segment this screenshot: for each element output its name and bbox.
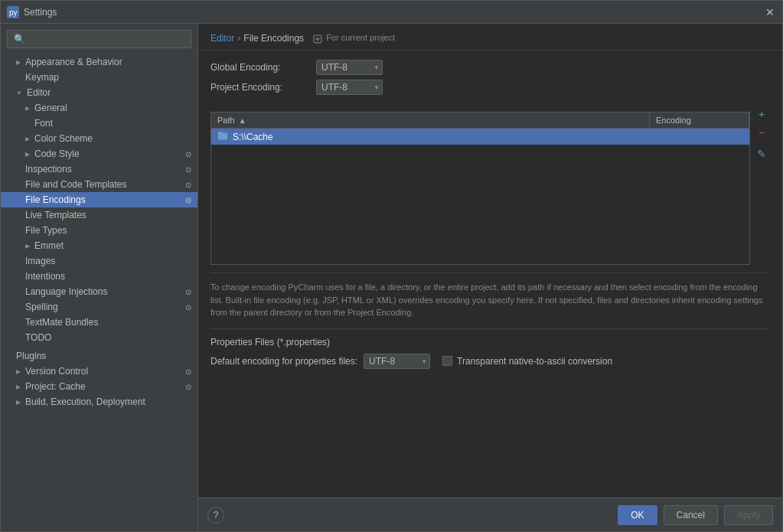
sidebar-item-label: General <box>34 103 67 113</box>
properties-row: Default encoding for properties files: U… <box>210 354 770 369</box>
expand-arrow-icon: ▶ <box>16 383 21 390</box>
sidebar-item-todo[interactable]: TODO <box>1 330 197 345</box>
sidebar-item-code-style[interactable]: ▶ Code Style ⊙ <box>1 146 197 162</box>
sidebar-item-appearance[interactable]: ▶ Appearance & Behavior <box>1 54 197 70</box>
global-encoding-row: Global Encoding: UTF-8 UTF-16 ISO-8859-1 <box>210 60 770 75</box>
table-area: Path ▲ Encoding S:\\Cache <box>210 106 770 265</box>
db-icon: ⊙ <box>185 150 191 158</box>
sidebar-item-file-types[interactable]: File Types <box>1 223 197 238</box>
expand-arrow-icon: ▶ <box>25 243 30 250</box>
sidebar-item-label: Plugins <box>16 351 46 361</box>
db-icon: ⊙ <box>185 288 191 296</box>
folder-icon <box>217 131 228 142</box>
transparent-checkbox-wrapper: Transparent native-to-ascii conversion <box>442 356 612 367</box>
sidebar-item-label: File Encodings <box>25 194 86 205</box>
sidebar-item-keymap[interactable]: Keymap <box>1 70 197 85</box>
sidebar-item-textmate[interactable]: TextMate Bundles <box>1 315 197 330</box>
db-icon: ⊙ <box>185 196 191 204</box>
sidebar-item-label: Language Injections <box>25 286 107 297</box>
sidebar-item-color-scheme[interactable]: ▶ Color Scheme <box>1 131 197 146</box>
col-path-header[interactable]: Path ▲ <box>211 113 650 128</box>
col-encoding-header[interactable]: Encoding <box>650 113 749 128</box>
window-title: Settings <box>24 7 759 18</box>
sidebar-item-general[interactable]: ▶ General <box>1 100 197 116</box>
file-table: Path ▲ Encoding S:\\Cache <box>210 112 750 265</box>
project-encoding-label: Project Encoding: <box>210 82 310 93</box>
sidebar-item-file-encodings[interactable]: File Encodings ⊙ <box>1 192 197 207</box>
sidebar-item-label: Editor <box>27 87 51 98</box>
sidebar-item-font[interactable]: Font <box>1 116 197 131</box>
properties-encoding-select[interactable]: UTF-8 UTF-16 ISO-8859-1 <box>364 354 430 369</box>
remove-row-button[interactable]: − <box>753 124 770 141</box>
breadcrumb-separator: › <box>237 33 240 44</box>
close-button[interactable]: ✕ <box>764 6 776 18</box>
file-table-body: S:\\Cache <box>211 129 749 264</box>
expand-arrow-icon: ▶ <box>16 368 21 375</box>
db-icon: ⊙ <box>185 303 191 312</box>
sidebar-item-intentions[interactable]: Intentions <box>1 269 197 284</box>
breadcrumb-parent[interactable]: Editor <box>210 33 234 44</box>
sidebar-item-language-injections[interactable]: Language Injections ⊙ <box>1 284 197 299</box>
breadcrumb-project-note: For current project <box>313 33 395 43</box>
apply-button[interactable]: Apply <box>724 505 773 525</box>
sidebar-item-label: Version Control <box>25 366 88 377</box>
sidebar: ▶ Appearance & Behavior Keymap ▼ Editor … <box>1 24 198 531</box>
panel-content: Global Encoding: UTF-8 UTF-16 ISO-8859-1… <box>198 51 782 498</box>
table-buttons: + − ✎ <box>753 106 770 265</box>
sidebar-item-editor[interactable]: ▼ Editor <box>1 85 197 100</box>
global-encoding-select[interactable]: UTF-8 UTF-16 ISO-8859-1 <box>316 60 383 75</box>
breadcrumb: Editor › File Encodings For current proj… <box>198 24 782 51</box>
sidebar-item-label: Color Scheme <box>34 133 93 144</box>
db-icon: ⊙ <box>185 367 191 376</box>
sidebar-item-build-execution[interactable]: ▶ Build, Execution, Deployment <box>1 394 197 410</box>
transparent-label: Transparent native-to-ascii conversion <box>457 356 612 367</box>
help-button[interactable]: ? <box>207 507 224 524</box>
transparent-checkbox[interactable] <box>442 356 452 366</box>
table-row[interactable]: S:\\Cache <box>211 129 749 145</box>
sidebar-item-version-control[interactable]: ▶ Version Control ⊙ <box>1 364 197 379</box>
project-encoding-select-wrapper: UTF-8 UTF-16 ISO-8859-1 <box>316 80 383 95</box>
sidebar-item-project-cache[interactable]: ▶ Project: Cache ⊙ <box>1 379 197 394</box>
properties-section: Properties Files (*.properties) Default … <box>210 328 770 369</box>
add-row-button[interactable]: + <box>753 106 770 122</box>
sidebar-item-label: Font <box>34 118 53 129</box>
sidebar-item-emmet[interactable]: ▶ Emmet <box>1 238 197 253</box>
sidebar-item-label: Live Templates <box>25 210 86 220</box>
db-icon: ⊙ <box>185 165 191 174</box>
sidebar-item-label: TextMate Bundles <box>25 317 98 328</box>
sidebar-item-file-code-templates[interactable]: File and Code Templates ⊙ <box>1 177 197 192</box>
sidebar-item-images[interactable]: Images <box>1 253 197 269</box>
edit-row-button[interactable]: ✎ <box>753 145 770 162</box>
expand-arrow-icon: ▶ <box>16 59 21 66</box>
sidebar-item-label: Appearance & Behavior <box>25 57 122 67</box>
default-encoding-label: Default encoding for properties files: <box>210 356 357 367</box>
search-input[interactable] <box>7 30 191 48</box>
expand-arrow-icon: ▶ <box>25 135 30 142</box>
sidebar-item-label: Inspections <box>25 164 72 175</box>
sidebar-item-live-templates[interactable]: Live Templates <box>1 207 197 223</box>
global-encoding-label: Global Encoding: <box>210 62 310 73</box>
sidebar-item-label: File Types <box>25 225 67 236</box>
sidebar-item-label: Build, Execution, Deployment <box>25 397 145 407</box>
description-text: To change encoding PyCharm uses for a fi… <box>210 273 770 319</box>
row-path: S:\\Cache <box>233 132 644 142</box>
sidebar-item-plugins[interactable]: Plugins <box>1 348 197 364</box>
search-box <box>1 24 197 54</box>
cancel-button[interactable]: Cancel <box>664 505 718 525</box>
properties-encoding-select-wrapper: UTF-8 UTF-16 ISO-8859-1 <box>364 354 430 369</box>
sidebar-item-label: TODO <box>25 332 51 343</box>
sidebar-item-inspections[interactable]: Inspections ⊙ <box>1 162 197 177</box>
sidebar-item-label: Spelling <box>25 302 58 312</box>
svg-text:py: py <box>9 8 18 17</box>
project-encoding-select[interactable]: UTF-8 UTF-16 ISO-8859-1 <box>316 80 383 95</box>
expand-arrow-icon: ▶ <box>25 105 30 112</box>
project-encoding-row: Project Encoding: UTF-8 UTF-16 ISO-8859-… <box>210 80 770 95</box>
sidebar-item-spelling[interactable]: Spelling ⊙ <box>1 299 197 315</box>
ok-button[interactable]: OK <box>618 505 657 525</box>
sort-arrow-icon: ▲ <box>239 116 246 125</box>
sidebar-item-label: File and Code Templates <box>25 179 127 190</box>
title-bar: py Settings ✕ <box>1 1 782 24</box>
sidebar-item-label: Code Style <box>34 149 80 159</box>
expand-arrow-icon: ▼ <box>16 90 22 96</box>
global-encoding-select-wrapper: UTF-8 UTF-16 ISO-8859-1 <box>316 60 383 75</box>
